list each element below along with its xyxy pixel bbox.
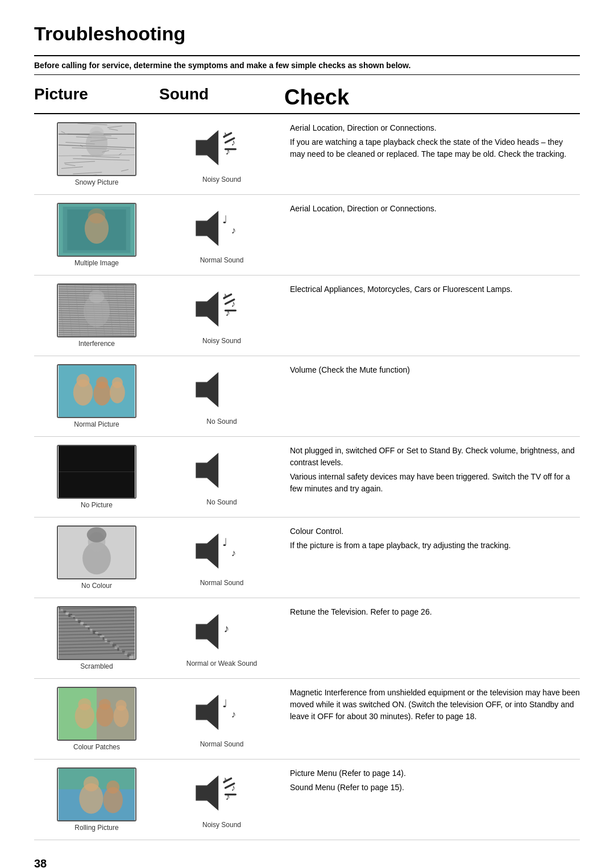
picture-icon [57,525,136,579]
picture-icon [57,122,136,176]
picture-label: Interference [78,340,115,348]
svg-point-95 [87,527,106,542]
svg-point-89 [112,377,123,388]
sound-label: Noisy Sound [202,176,241,183]
sound-label: No Sound [206,498,237,506]
svg-point-146 [78,698,91,710]
page-title: Troubleshooting [34,23,580,45]
sound-label: Normal Sound [200,740,244,748]
sound-label: Noisy Sound [202,821,241,829]
check-text: Colour Control.If the picture is from a … [290,525,511,554]
picture-icon [57,767,136,821]
svg-rect-123 [122,651,125,653]
sound-label: No Sound [206,418,237,425]
picture-icon [57,283,136,337]
picture-cell: Colour Patches [34,687,159,751]
page-number: 38 [34,857,580,868]
svg-point-39 [90,127,104,140]
picture-cell: No Colour [34,525,159,590]
picture-icon [57,606,136,660]
check-cell: Electrical Appliances, Motorcycles, Cars… [284,283,580,298]
svg-line-70 [59,337,135,337]
check-cell: Aerial Location, Direction or Connection… [284,203,580,217]
table-row: Interference Noisy Sound Electrical Appl… [34,276,580,356]
check-cell: Magnetic Interference from unshielded eq… [284,687,580,725]
svg-line-37 [73,175,97,176]
picture-column-header: Picture [34,85,159,110]
picture-label: Multiple Image [74,259,119,267]
svg-point-148 [99,699,111,710]
svg-rect-117 [107,641,110,642]
sound-cell: Noisy Sound [159,767,284,829]
table-row: No Picture No Sound Not plugged in, swit… [34,437,580,518]
sound-icon [182,203,262,254]
picture-label: Colour Patches [73,743,120,751]
svg-rect-97 [59,607,60,608]
check-cell: Retune the Television. Refer to page 26. [284,606,580,620]
picture-label: Scrambled [80,662,113,670]
picture-icon [57,364,136,418]
picture-label: Snowy Picture [75,178,119,186]
table-row: No Colour Normal Sound Colour Control.If… [34,518,580,598]
sound-cell: No Sound [159,364,284,425]
picture-icon [57,445,136,499]
troubleshooting-table: Snowy Picture Noisy Sound Aerial Locatio… [34,114,580,840]
picture-cell: No Picture [34,445,159,509]
picture-cell: Rolling Picture [34,767,159,832]
table-row: Scrambled Normal or Weak Sound Retune th… [34,598,580,679]
svg-point-150 [116,700,127,711]
check-cell: Not plugged in, switched OFF or Set to S… [284,445,580,497]
sound-icon [182,606,262,657]
picture-cell: Interference [34,283,159,348]
sound-icon [182,767,262,819]
sound-icon [182,364,262,415]
check-text: Not plugged in, switched OFF or Set to S… [290,445,580,497]
check-text: Aerial Location, Direction or Connection… [290,203,437,217]
svg-point-85 [77,374,90,387]
picture-label: No Picture [81,501,113,509]
check-text: Picture Menu (Refer to page 14).Sound Me… [290,767,406,796]
sound-cell: Normal Sound [159,525,284,587]
picture-cell: Snowy Picture [34,122,159,186]
picture-cell: Normal Picture [34,364,159,428]
check-cell: Picture Menu (Refer to page 14).Sound Me… [284,767,580,796]
sound-label: Normal or Weak Sound [186,660,258,667]
check-text: Electrical Appliances, Motorcycles, Cars… [290,283,512,298]
svg-point-82 [89,290,105,303]
table-row: Snowy Picture Noisy Sound Aerial Locatio… [34,114,580,195]
svg-rect-102 [70,615,75,616]
check-cell: Colour Control.If the picture is from a … [284,525,580,554]
sound-cell: Noisy Sound [159,122,284,183]
svg-rect-126 [129,656,134,659]
picture-label: Normal Picture [74,420,119,428]
svg-rect-108 [85,626,90,628]
sound-label: Normal Sound [200,256,244,264]
sound-cell: Noisy Sound [159,283,284,345]
sound-icon [182,445,262,496]
picture-cell: Scrambled [34,606,159,670]
sound-label: Normal Sound [200,579,244,587]
check-cell: Volume (Check the Mute function) [284,364,580,378]
svg-point-44 [88,208,106,224]
table-row: Normal Picture No Sound Volume (Check th… [34,356,580,437]
picture-cell: Multiple Image [34,203,159,267]
sound-label: Noisy Sound [202,337,241,345]
sound-cell: Normal Sound [159,203,284,264]
sound-icon [182,122,262,173]
check-text: Aerial Location, Direction or Connection… [290,122,580,162]
table-row: Rolling Picture Noisy Sound Picture Menu… [34,760,580,840]
sound-column-header: Sound [159,85,284,110]
svg-rect-104 [76,619,78,621]
sound-cell: Normal Sound [159,687,284,748]
picture-label: Rolling Picture [74,824,118,832]
sound-cell: No Sound [159,445,284,506]
svg-point-87 [96,377,108,389]
svg-point-154 [84,776,99,791]
sound-icon [182,687,262,738]
sound-icon [182,283,262,335]
svg-point-156 [106,781,119,794]
svg-rect-112 [95,632,98,633]
table-row: Colour Patches Normal Sound Magnetic Int… [34,679,580,760]
sound-icon [182,525,262,577]
picture-label: No Colour [81,582,112,590]
